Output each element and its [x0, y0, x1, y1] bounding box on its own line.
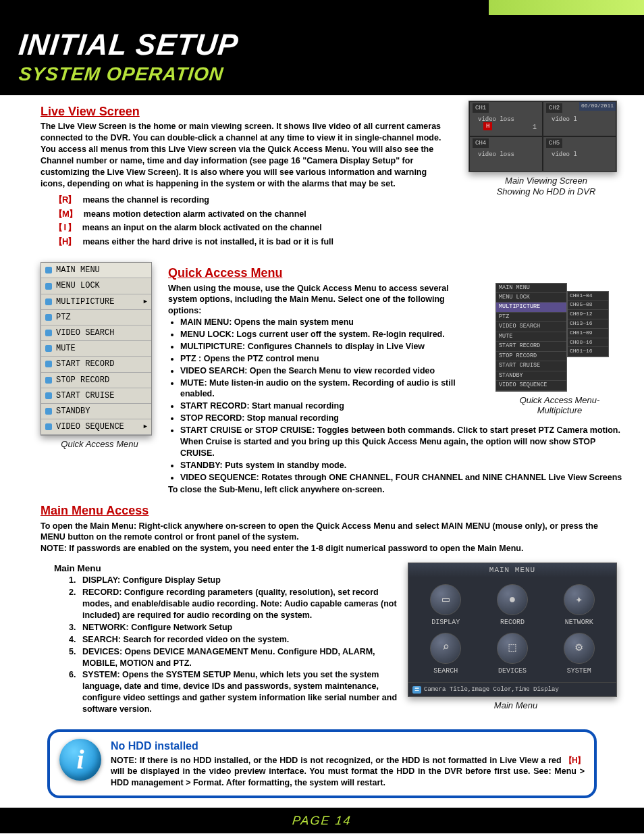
qam-bullet: MENU LOCK: Logs current user off the sys…	[180, 329, 464, 340]
qam-bullet: START RECORD: Start manual recording	[180, 400, 464, 412]
ch4-label: CH4	[473, 138, 489, 148]
mm-btn-label: RECORD	[482, 618, 543, 627]
mma-heading: Main Menu Access	[41, 502, 624, 519]
qam-section: MAIN MENU MENU LOCK MULTIPICTURE PTZ VID…	[41, 262, 624, 496]
chip-h-inline: 【H】	[564, 756, 585, 765]
legend-i: 【 I 】means an input on the alarm block a…	[54, 221, 459, 234]
qam-small-item: MENU LOCK	[496, 293, 566, 303]
qam-item: MULTIPICTURE	[41, 294, 151, 310]
qam-bullet: START CRUISE or STOP CRUISE: Toggles bet…	[180, 425, 624, 459]
ch4-status: video loss	[478, 151, 514, 159]
qam-item: STOP RECORD	[41, 373, 151, 388]
qam-item: VIDEO SEQUENCE	[41, 419, 151, 435]
qam-sub-item: CH01~16	[568, 347, 608, 357]
mm-item: SYSTEM: Opens the SYSTEM SETUP Menu, whi…	[78, 669, 398, 715]
qam-bullet: PTZ : Opens the PTZ control menu	[180, 353, 464, 365]
mainmenu-heading: Main Menu	[54, 563, 398, 575]
legend-r: 【R】means the channel is recording	[54, 194, 459, 206]
qam-small-item: MAIN MENU	[496, 284, 566, 293]
qam-sub-item: CH01~04	[568, 292, 608, 301]
chip-i: 【 I 】	[54, 221, 76, 234]
mm-panel-title: MAIN MENU	[408, 563, 616, 577]
mma-note: NOTE: If passwords are enabled on the sy…	[41, 543, 624, 554]
qam-small-item: STANDBY	[496, 371, 566, 381]
devices-icon: ⬚	[497, 633, 528, 664]
mm-item: DEVICES: Opens DEVICE MANAGEMENT Menu. C…	[78, 646, 398, 669]
dvr-caption-2: Showing No HDD in DVR	[468, 186, 624, 198]
qam-item: PTZ	[41, 310, 151, 325]
qam-multipicture-screenshot: MAIN MENU MENU LOCK MULTIPICTURE PTZ VID…	[495, 283, 624, 392]
qam-bullet: VIDEO SEQUENCE: Rotates through ONE CHAN…	[180, 472, 624, 484]
qam-caption-left: Quick Access Menu	[41, 438, 159, 450]
hdd-note-box: i No HDD installed NOTE: If there is no …	[47, 729, 597, 798]
mm-caption: Main Menu	[408, 700, 624, 712]
mainmenu-section: Main Menu DISPLAY: Configure Display Set…	[54, 563, 624, 716]
mm-item: NETWORK: Configure Network Setup	[78, 622, 398, 633]
network-icon: ✦	[564, 584, 595, 615]
mm-btn-label: DISPLAY	[415, 618, 477, 627]
chip-r: 【R】	[54, 194, 76, 206]
qam-bullet: STANDBY: Puts system in standby mode.	[180, 460, 624, 471]
qam-small-item: MUTE	[496, 332, 566, 342]
mm-item: DISPLAY: Configure Display Setup	[78, 575, 398, 586]
mainmenu-screenshot: MAIN MENU ▭DISPLAY ●RECORD ✦NETWORK ⌕SEA…	[408, 563, 617, 697]
qam-small-item: STOP RECORD	[496, 352, 566, 361]
hdd-note-post: will be displayed in the video preview i…	[111, 766, 585, 787]
qam-heading: Quick Access Menu	[168, 265, 624, 281]
info-icon: i	[59, 739, 101, 781]
page-number: PAGE 14	[292, 812, 352, 829]
display-icon: ▭	[430, 584, 461, 615]
qam-bullet: MAIN MENU: Opens the main system menu	[180, 317, 464, 328]
legend-m: 【M】means motion detection alarm activate…	[54, 208, 459, 220]
qam-sub-item: CH09~12	[568, 310, 608, 319]
qam-intro: When using the mouse, use the Quick Acce…	[168, 283, 452, 317]
ch2-status: video l	[552, 115, 577, 124]
live-view-body: The Live View Screen is the home or main…	[41, 121, 446, 189]
qam-small-item: START RECORD	[496, 342, 566, 351]
qam-item: MAIN MENU	[41, 263, 151, 278]
qam-small-item: VIDEO SEQUENCE	[496, 381, 566, 390]
qam-menu-screenshot: MAIN MENU MENU LOCK MULTIPICTURE PTZ VID…	[41, 262, 152, 436]
live-view-heading: Live View Screen	[41, 103, 459, 120]
mma-section: Main Menu Access To open the Main Menu: …	[41, 502, 624, 554]
mm-btn-label: NETWORK	[548, 618, 610, 627]
mm-panel-footer: Camera Title,Image Color,Time Display	[408, 682, 616, 696]
mm-item: SEARCH: Search for recorded video on the…	[78, 634, 398, 646]
icon-legend: 【R】means the channel is recording 【M】mea…	[54, 194, 459, 249]
chip-h: 【H】	[54, 236, 76, 248]
qam-small-item: MULTIPICTURE	[496, 303, 566, 312]
legend-i-text: means an input on the alarm block activa…	[82, 222, 322, 234]
legend-r-text: means the channel is recording	[82, 194, 209, 206]
qam-item: STANDBY	[41, 404, 151, 419]
legend-m-text: means motion detection alarm activated o…	[84, 209, 306, 220]
mm-btn-system: ⚙SYSTEM	[548, 633, 610, 676]
hdd-note-body: NOTE: If there is no HDD installed, or t…	[111, 755, 585, 789]
qam-small-item: PTZ	[496, 313, 566, 322]
qam-bullet: MUTE: Mute listen-in audio on the system…	[180, 377, 464, 400]
hdd-note-heading: No HDD installed	[111, 739, 585, 754]
qam-item: MUTE	[41, 341, 151, 357]
mm-btn-label: SYSTEM	[548, 667, 610, 676]
qam-sub-item: CH13~16	[568, 319, 608, 329]
hdd-note-pre: NOTE: If there is no HDD installed, or t…	[111, 756, 564, 765]
mm-btn-display: ▭DISPLAY	[415, 584, 477, 627]
qam-bullet: MULTIPICTURE: Configures Channels to dis…	[180, 341, 464, 353]
qam-caption-r2: Multipicture	[495, 405, 624, 417]
live-view-section: Live View Screen The Live View Screen is…	[41, 101, 624, 250]
qam-item: START RECORD	[41, 357, 151, 372]
ch2-label: CH2	[546, 103, 562, 113]
accent-stripe	[489, 0, 644, 12]
h-chip: H	[483, 122, 492, 130]
chip-m: 【M】	[54, 208, 77, 220]
mm-btn-network: ✦NETWORK	[548, 584, 610, 627]
mm-btn-label: DEVICES	[482, 667, 543, 676]
ch5-status: video l	[552, 151, 577, 159]
dvr-screenshot: CH1video lossH1 CH206/09/2011video l CH4…	[468, 101, 617, 172]
qam-item: MENU LOCK	[41, 278, 151, 294]
qam-sub-item: CH08~16	[568, 338, 608, 348]
record-icon: ●	[497, 584, 528, 615]
qam-bullet: STOP RECORD: Stop manual recording	[180, 413, 464, 424]
topbar	[0, 0, 644, 12]
page-footer: PAGE 14	[0, 808, 644, 833]
mainmenu-list: DISPLAY: Configure Display Setup RECORD:…	[78, 575, 398, 715]
